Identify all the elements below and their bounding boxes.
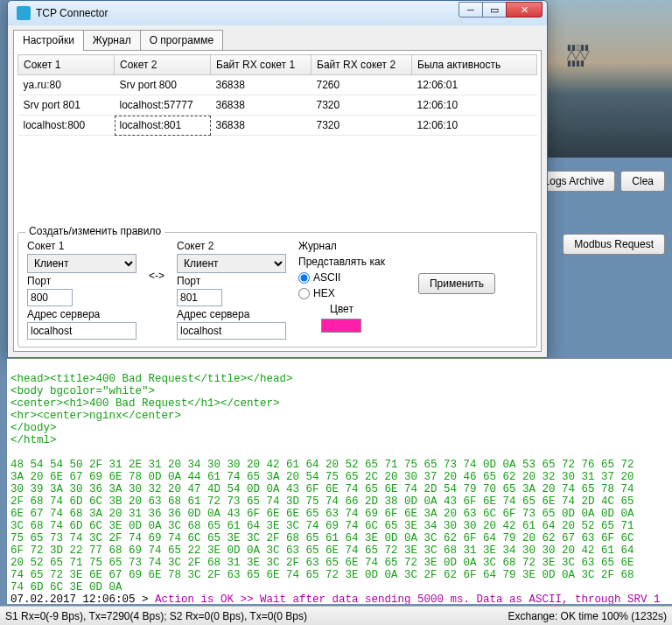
log-line: <center><h1>400 Bad Request</h1></center… — [10, 397, 280, 410]
rule-legend: Создать/изменить правило — [25, 225, 164, 237]
log-ts: 07.02.2017 12:06:05 > — [10, 593, 155, 604]
col-rx1[interactable]: Байт RX сокет 1 — [211, 55, 312, 75]
window-title: TCP Connector — [36, 7, 108, 19]
app-icon — [17, 6, 31, 20]
color-picker[interactable] — [321, 319, 361, 333]
rule-fieldset: Создать/изменить правило Сокет 1 Клиент … — [18, 232, 537, 348]
connections-table[interactable]: Сокет 1 Сокет 2 Байт RX сокет 1 Байт RX … — [18, 54, 537, 136]
log-action: Action is OK >> Wait after data sending … — [155, 593, 661, 604]
journal-group: Журнал Представлять как ASCII HEX Цвет — [298, 240, 385, 333]
clear-button[interactable]: Clea — [620, 171, 665, 192]
close-button[interactable]: ✕ — [506, 2, 542, 18]
status-bar: S1 Rx=0(-9 Bps), Tx=7290(4 Bps); S2 Rx=0… — [0, 606, 672, 625]
col-socket1[interactable]: Сокет 1 — [18, 55, 115, 75]
minimize-button[interactable]: ─ — [458, 2, 483, 18]
socket1-address-input[interactable] — [27, 322, 136, 340]
table-row[interactable]: Srv port 801 localhost:57777 36838 7320 … — [18, 95, 537, 116]
format-hex-radio[interactable] — [298, 288, 310, 299]
modbus-request-button[interactable]: Modbus Request — [563, 234, 665, 255]
format-ascii-radio[interactable] — [298, 272, 310, 284]
tab-settings[interactable]: Настройки — [13, 30, 84, 51]
tab-journal[interactable]: Журнал — [83, 30, 141, 51]
apply-button[interactable]: Применить — [418, 273, 495, 294]
log-console[interactable]: <head><title>400 Bad Request</title></he… — [7, 358, 672, 604]
table-row[interactable]: ya.ru:80 Srv port 800 36838 7260 12:06:0… — [18, 75, 537, 95]
maximize-button[interactable]: ▭ — [482, 2, 507, 18]
log-line: <head><title>400 Bad Request</title></he… — [10, 373, 293, 385]
col-rx2[interactable]: Байт RX сокет 2 — [312, 55, 412, 75]
socket2-type-select[interactable]: Клиент — [177, 254, 286, 273]
col-socket2[interactable]: Сокет 2 — [115, 55, 211, 75]
log-line: </body> — [10, 422, 57, 434]
socket1-group: Сокет 1 Клиент Порт Адрес сервера — [27, 240, 136, 340]
tcp-connector-window: TCP Connector ─ ▭ ✕ Настройки Журнал О п… — [7, 0, 548, 358]
arrow-icon: <-> — [149, 240, 164, 282]
status-right: Exchange: OK time 100% (1232s) — [508, 610, 667, 622]
table-row[interactable]: localhost:800 localhost:801 36838 7320 1… — [18, 116, 537, 136]
tab-about[interactable]: О программе — [140, 30, 223, 51]
log-line: <body bgcolor="white"> — [10, 385, 155, 397]
log-line: </html> — [10, 434, 57, 446]
log-hex-block: 48 54 54 50 2F 31 2E 31 20 34 30 30 20 4… — [10, 459, 634, 593]
log-line: <hr><center>nginx</center> — [10, 410, 181, 422]
socket2-group: Сокет 2 Клиент Порт Адрес сервера — [177, 240, 286, 340]
socket2-address-input[interactable] — [177, 322, 286, 340]
socket1-type-select[interactable]: Клиент — [27, 254, 136, 273]
titlebar[interactable]: TCP Connector ─ ▭ ✕ — [8, 1, 547, 25]
socket1-port-input[interactable] — [27, 289, 73, 306]
socket2-port-input[interactable] — [177, 289, 222, 306]
status-left: S1 Rx=0(-9 Bps), Tx=7290(4 Bps); S2 Rx=0… — [5, 610, 307, 622]
col-activity[interactable]: Была активность — [412, 55, 537, 75]
